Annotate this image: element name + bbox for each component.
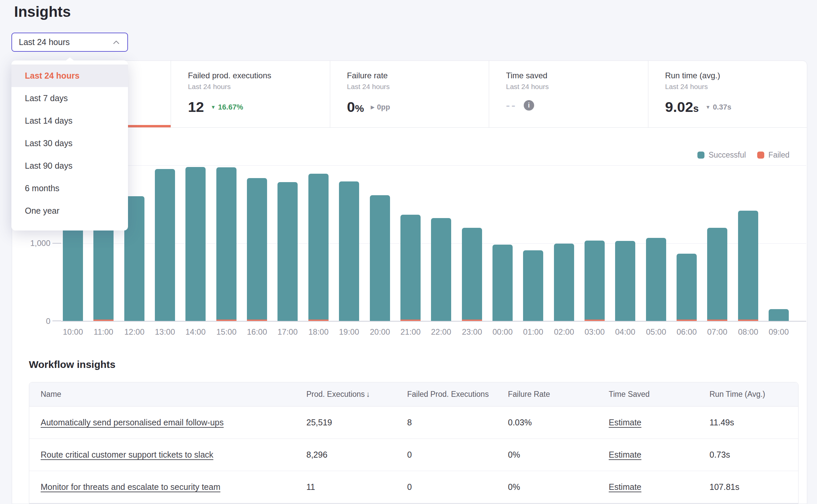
x-axis-label: 15:00 bbox=[211, 327, 242, 337]
menu-item-last-24-hours[interactable]: Last 24 hours bbox=[11, 65, 128, 87]
bar-18-00[interactable] bbox=[308, 174, 329, 321]
x-axis-label: 04:00 bbox=[610, 327, 641, 337]
x-axis-label: 21:00 bbox=[395, 327, 426, 337]
menu-item-6-months[interactable]: 6 months bbox=[11, 177, 128, 200]
summary-card-run-time[interactable]: Run time (avg.) Last 24 hours 9.02s ▼ 0.… bbox=[648, 61, 807, 127]
x-axis-label: 00:00 bbox=[487, 327, 518, 337]
bar-03-00[interactable] bbox=[585, 241, 605, 321]
menu-item-last-7-days[interactable]: Last 7 days bbox=[11, 87, 128, 110]
bar-failed-segment bbox=[677, 320, 697, 321]
bar-failed-segment bbox=[462, 320, 482, 321]
x-axis-label: 07:00 bbox=[702, 327, 733, 337]
cell-prod-executions: 8,296 bbox=[306, 450, 407, 460]
card-value: 0% bbox=[347, 99, 364, 115]
workflow-link[interactable]: Monitor for threats and escalate to secu… bbox=[41, 482, 220, 492]
card-delta: ▼ 16.67% bbox=[211, 103, 243, 112]
bar-06-00[interactable] bbox=[677, 254, 697, 321]
x-axis-label: 03:00 bbox=[579, 327, 610, 337]
bar-22-00[interactable] bbox=[431, 218, 451, 321]
y-tick bbox=[52, 243, 61, 244]
time-range-select[interactable]: Last 24 hours bbox=[11, 33, 128, 52]
cell-prod-executions: 25,519 bbox=[306, 418, 407, 427]
bar-13-00[interactable] bbox=[155, 169, 175, 321]
estimate-link[interactable]: Estimate bbox=[609, 482, 641, 492]
legend-label: Failed bbox=[768, 151, 789, 160]
legend-item-failed[interactable]: Failed bbox=[757, 151, 789, 160]
summary-card-failed-prod-executions[interactable]: Failed prod. executions Last 24 hours 12… bbox=[171, 61, 330, 127]
card-subtitle: Last 24 hours bbox=[347, 83, 479, 91]
bar-23-00[interactable] bbox=[462, 228, 482, 321]
workflow-link[interactable]: Automatically send personalised email fo… bbox=[41, 418, 224, 427]
y-tick bbox=[52, 321, 61, 321]
card-value-empty: -- bbox=[506, 99, 517, 112]
x-axis-label: 20:00 bbox=[364, 327, 395, 337]
card-delta: ▼ 0.37s bbox=[705, 103, 731, 112]
col-header-run-time[interactable]: Run Time (Avg.) bbox=[710, 390, 798, 399]
menu-item-last-30-days[interactable]: Last 30 days bbox=[11, 132, 128, 155]
cell-prod-executions: 11 bbox=[306, 482, 407, 492]
bar-19-00[interactable] bbox=[339, 181, 359, 321]
cell-run-time: 0.73s bbox=[710, 450, 798, 460]
table-row: Automatically send personalised email fo… bbox=[29, 407, 798, 439]
menu-item-last-90-days[interactable]: Last 90 days bbox=[11, 155, 128, 177]
bar-07-00[interactable] bbox=[707, 228, 727, 321]
bar-21-00[interactable] bbox=[400, 215, 421, 321]
bar-17-00[interactable] bbox=[277, 182, 298, 321]
summary-card-time-saved[interactable]: Time saved Last 24 hours -- i bbox=[489, 61, 648, 127]
bar-08-00[interactable] bbox=[738, 211, 758, 321]
x-axis-label: 19:00 bbox=[334, 327, 364, 337]
bar-15-00[interactable] bbox=[216, 167, 236, 321]
x-axis-label: 01:00 bbox=[518, 327, 549, 337]
x-axis-label: 08:00 bbox=[733, 327, 764, 337]
estimate-link[interactable]: Estimate bbox=[609, 450, 641, 459]
cell-failure-rate: 0.03% bbox=[508, 418, 609, 427]
bar-00-00[interactable] bbox=[492, 245, 513, 321]
bar-09-00[interactable] bbox=[769, 309, 789, 321]
bar-16-00[interactable] bbox=[247, 178, 267, 321]
x-axis-label: 02:00 bbox=[549, 327, 579, 337]
workflow-table: Name Prod. Executions↓ Failed Prod. Exec… bbox=[29, 382, 799, 504]
bar-04-00[interactable] bbox=[615, 241, 635, 321]
x-axis-label: 06:00 bbox=[671, 327, 702, 337]
legend-item-successful[interactable]: Successful bbox=[697, 151, 746, 160]
menu-notch bbox=[66, 57, 74, 61]
bar-failed-segment bbox=[308, 320, 329, 321]
col-header-time-saved[interactable]: Time Saved bbox=[609, 390, 710, 399]
col-header-failure-rate[interactable]: Failure Rate bbox=[508, 390, 609, 399]
insights-page: Insights Failed prod. executions Last 24… bbox=[0, 0, 817, 504]
cell-failed-prod-executions: 0 bbox=[407, 450, 508, 460]
card-value-unit: s bbox=[693, 103, 699, 114]
sort-desc-icon: ↓ bbox=[366, 390, 370, 398]
bar-failed-segment bbox=[707, 320, 727, 321]
menu-item-one-year[interactable]: One year bbox=[11, 200, 128, 222]
x-axis-label: 22:00 bbox=[426, 327, 457, 337]
bar-failed-segment bbox=[216, 320, 236, 321]
menu-item-last-14-days[interactable]: Last 14 days bbox=[11, 110, 128, 132]
triangle-right-icon: ▶ bbox=[371, 104, 375, 110]
legend-swatch bbox=[757, 152, 764, 159]
bar-01-00[interactable] bbox=[523, 250, 543, 321]
bar-20-00[interactable] bbox=[370, 195, 390, 321]
x-axis-label: 12:00 bbox=[119, 327, 150, 337]
x-axis-line bbox=[61, 321, 806, 322]
card-subtitle: Last 24 hours bbox=[188, 83, 319, 91]
col-header-name[interactable]: Name bbox=[41, 390, 306, 399]
x-axis-label: 09:00 bbox=[763, 327, 794, 337]
card-title: Failed prod. executions bbox=[188, 71, 319, 80]
chart-legend: SuccessfulFailed bbox=[697, 151, 789, 160]
info-icon[interactable]: i bbox=[524, 100, 534, 111]
bar-02-00[interactable] bbox=[554, 244, 574, 321]
col-header-prod-executions[interactable]: Prod. Executions↓ bbox=[306, 390, 407, 399]
col-header-failed-prod-executions[interactable]: Failed Prod. Executions bbox=[407, 390, 508, 399]
card-value: 12 bbox=[188, 99, 204, 115]
estimate-link[interactable]: Estimate bbox=[609, 418, 641, 427]
workflow-link[interactable]: Route critical customer support tickets … bbox=[41, 450, 213, 459]
bar-05-00[interactable] bbox=[646, 238, 666, 321]
summary-card-failure-rate[interactable]: Failure rate Last 24 hours 0% ▶ 0pp bbox=[330, 61, 489, 127]
delta-text: 16.67% bbox=[218, 103, 243, 112]
bar-14-00[interactable] bbox=[185, 167, 206, 321]
table-row: Route critical customer support tickets … bbox=[29, 439, 798, 471]
card-value: 9.02s bbox=[665, 99, 699, 115]
time-range-value: Last 24 hours bbox=[19, 37, 70, 47]
chevron-up-icon bbox=[111, 37, 121, 47]
